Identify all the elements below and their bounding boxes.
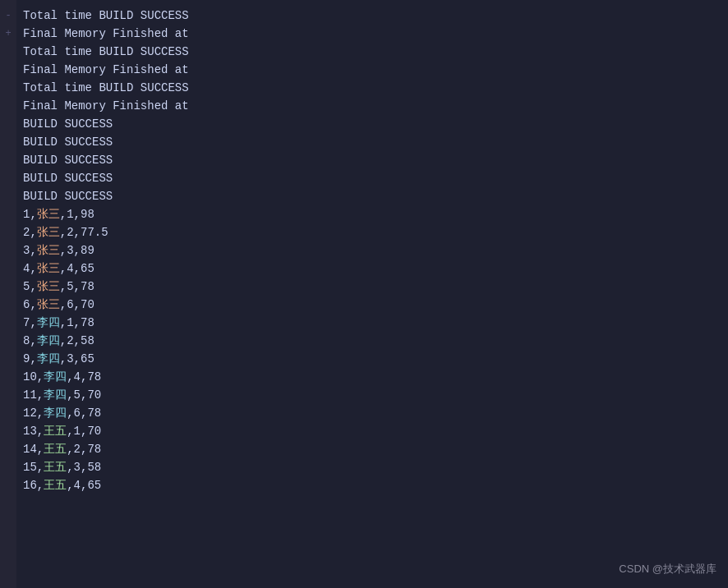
list-item: BUILD SUCCESS [23, 169, 721, 187]
list-item: 1,张三,1,98 [23, 205, 721, 223]
list-item: 13,王五,1,70 [23, 422, 721, 440]
list-item: 14,王五,2,78 [23, 440, 721, 458]
list-item: 7,李四,1,78 [23, 314, 721, 332]
list-item: 10,李四,4,78 [23, 368, 721, 386]
list-item: 9,李四,3,65 [23, 350, 721, 368]
list-item: 16,王五,4,65 [23, 476, 721, 494]
list-item: BUILD SUCCESS [23, 115, 721, 133]
list-item: BUILD SUCCESS [23, 187, 721, 205]
gutter-mark-1: - [2, 7, 15, 25]
list-item: BUILD SUCCESS [23, 133, 721, 151]
list-item: 15,王五,3,58 [23, 458, 721, 476]
list-item: Total time BUILD SUCCESS [23, 43, 721, 61]
gutter-mark-2: + [2, 25, 15, 43]
list-item: Final Memory Finished at [23, 61, 721, 79]
list-item: 4,张三,4,65 [23, 260, 721, 278]
list-item: 11,李四,5,70 [23, 386, 721, 404]
list-item: 8,李四,2,58 [23, 332, 721, 350]
list-item: BUILD SUCCESS [23, 151, 721, 169]
list-item: 5,张三,5,78 [23, 278, 721, 296]
line-gutter: - + [0, 0, 16, 588]
list-item: Final Memory Finished at [23, 25, 721, 43]
output-content: Total time BUILD SUCCESS Final Memory Fi… [16, 7, 728, 494]
list-item: 2,张三,2,77.5 [23, 223, 721, 241]
list-item: Total time BUILD SUCCESS [23, 7, 721, 25]
list-item: 6,张三,6,70 [23, 296, 721, 314]
watermark-label: CSDN @技术武器库 [619, 562, 716, 577]
list-item: 3,张三,3,89 [23, 241, 721, 260]
list-item: 12,李四,6,78 [23, 404, 721, 422]
list-item: Final Memory Finished at [23, 97, 721, 115]
list-item: Total time BUILD SUCCESS [23, 79, 721, 97]
terminal-window: - + Total time BUILD SUCCESS [0, 0, 728, 588]
